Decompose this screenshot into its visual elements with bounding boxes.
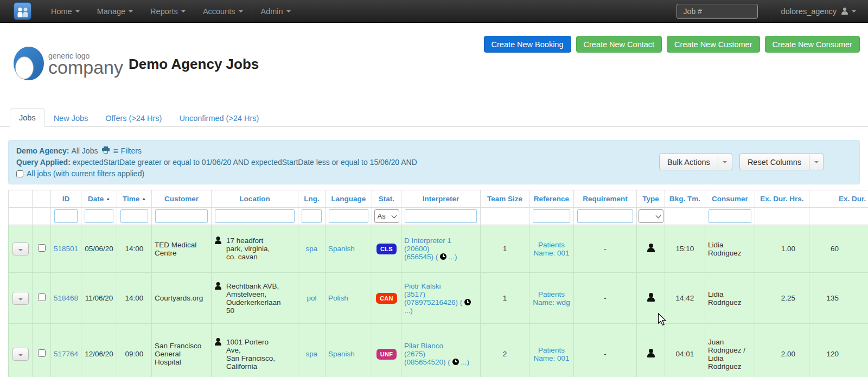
create-new-contact-button[interactable]: Create New Contact — [576, 36, 662, 53]
col-header-time[interactable]: Time▲ — [117, 190, 152, 208]
col-header-lng[interactable]: Lng. — [298, 190, 326, 208]
create-new-consumer-button[interactable]: Create New Consumer — [765, 36, 860, 53]
filter-input-consumer[interactable] — [709, 209, 751, 223]
language-link[interactable]: Polish — [328, 294, 348, 302]
row-checkbox[interactable] — [38, 349, 46, 357]
col-header-stat[interactable]: Stat. — [372, 190, 401, 208]
print-icon[interactable] — [102, 145, 110, 157]
interpreter-link[interactable]: Piotr Kalski(3517)(078975216426) ( ...) — [404, 282, 477, 315]
language-code-link[interactable]: pol — [307, 294, 316, 302]
filter-cell-customer — [152, 208, 212, 225]
app-logo-icon[interactable] — [14, 2, 31, 20]
col-header-team-size[interactable]: Team Size — [481, 190, 529, 208]
filters-link[interactable]: Filters — [121, 145, 142, 157]
all-jobs-checkbox[interactable] — [16, 170, 23, 177]
interpreter-link[interactable]: Pilar Blanco(2675)(085654520) ( ...) — [404, 342, 477, 366]
row-actions-button[interactable] — [12, 242, 29, 255]
cell-status: UNF — [372, 324, 401, 377]
filter-input-interpreter[interactable] — [405, 209, 477, 223]
nav-item-reports[interactable]: Reports — [142, 0, 194, 22]
cell-team-size: 1 — [481, 273, 529, 324]
bulk-actions-caret[interactable] — [718, 154, 732, 170]
all-jobs-link[interactable]: All Jobs — [71, 145, 98, 157]
col-header-id[interactable]: ID — [51, 190, 81, 208]
interpreter-link[interactable]: D Interpreter 1(20600)(656545) ( ...) — [404, 237, 477, 261]
filter-input-reference[interactable] — [533, 209, 570, 223]
reset-columns-button[interactable]: Reset Columns — [739, 154, 809, 170]
nav-item-admin[interactable]: Admin — [252, 0, 299, 22]
reference-link[interactable]: Patients Name: wdg — [533, 290, 570, 306]
sort-asc-icon: ▲ — [142, 196, 146, 201]
cell-expected-duration-hours: 2.00 — [755, 324, 809, 377]
col-header-language[interactable]: Language — [326, 190, 372, 208]
language-code-link[interactable]: spa — [306, 245, 318, 253]
language-link[interactable]: Spanish — [328, 350, 355, 358]
col-header-bkg-tm[interactable]: Bkg. Tm. — [665, 190, 705, 208]
interpreter-line: Piotr Kalski — [404, 282, 477, 290]
column-label: Consumer — [712, 195, 748, 203]
user-menu[interactable]: dolores_agency — [770, 0, 868, 22]
location-text: Rechtbank AVB, Amstelveen, Ouderkerkerla… — [226, 282, 281, 315]
nav-item-accounts[interactable]: Accounts — [194, 0, 252, 22]
column-label: Time — [123, 195, 139, 203]
filter-input-requirement[interactable] — [577, 209, 633, 223]
reset-columns-caret[interactable] — [809, 154, 824, 170]
filter-input-lng[interactable] — [302, 209, 322, 223]
filter-input-customer[interactable] — [155, 209, 208, 223]
job-number-input[interactable] — [676, 4, 758, 19]
filter-input-time[interactable] — [120, 209, 148, 223]
job-id-link[interactable]: 518501 — [54, 245, 78, 253]
filter-select-type[interactable] — [639, 209, 663, 223]
tab-jobs[interactable]: Jobs — [10, 108, 45, 127]
col-header-ex-dur-min[interactable]: Ex. Dur. Min. — [809, 190, 868, 208]
job-id-link[interactable]: 518468 — [54, 294, 78, 302]
filter-input-id[interactable] — [54, 209, 78, 223]
col-header-interpreter[interactable]: Interpreter — [401, 190, 481, 208]
language-link[interactable]: Spanish — [328, 245, 355, 253]
nav-item-home[interactable]: Home — [42, 0, 88, 22]
status-badge[interactable]: CLS — [376, 244, 397, 254]
cell-location: Rechtbank AVB, Amstelveen, Ouderkerkerla… — [212, 273, 298, 324]
job-id-link[interactable]: 517764 — [54, 350, 78, 358]
create-new-customer-button[interactable]: Create New Customer — [667, 36, 760, 53]
tab-offers-24-hrs[interactable]: Offers (>24 Hrs) — [97, 110, 170, 127]
col-header-location[interactable]: Location — [212, 190, 298, 208]
col-header-requirement[interactable]: Requirement — [574, 190, 637, 208]
chevron-down-icon — [18, 354, 23, 356]
interpreter-line: (2675) — [404, 350, 477, 358]
tab-new-jobs[interactable]: New Jobs — [45, 110, 97, 127]
cell-row-actions — [9, 225, 33, 273]
page: HomeManageReportsAccountsAdmin dolores_a… — [0, 0, 868, 377]
status-badge[interactable]: CAN — [376, 293, 397, 304]
col-header-customer[interactable]: Customer — [152, 190, 212, 208]
cell-language: Polish — [326, 273, 372, 324]
cell-requirement: - — [574, 324, 637, 377]
column-label: Date — [88, 195, 104, 203]
row-checkbox[interactable] — [38, 244, 46, 252]
create-new-booking-button[interactable]: Create New Booking — [484, 36, 571, 53]
nav-item-manage[interactable]: Manage — [88, 0, 142, 22]
filter-select-stat[interactable]: As — [374, 209, 399, 223]
row-actions-button[interactable] — [12, 292, 29, 305]
table-row: 51850105/06/2014:00TED Medical Centre17 … — [9, 225, 868, 273]
col-header-date[interactable]: Date▲ — [81, 190, 117, 208]
cell-expected-duration-hours: 1.00 — [755, 225, 809, 273]
jobs-table: IDDate▲Time▲CustomerLocationLng.Language… — [8, 190, 868, 377]
row-checkbox[interactable] — [38, 293, 46, 301]
filters-icon[interactable]: ≡ — [113, 145, 118, 157]
reference-link[interactable]: Patients Name: 001 — [533, 241, 569, 257]
col-header-ex-dur-hrs[interactable]: Ex. Dur. Hrs. — [755, 190, 809, 208]
reference-link[interactable]: Patients Name: 001 — [533, 346, 569, 362]
col-header-reference[interactable]: Reference — [529, 190, 574, 208]
col-header-consumer[interactable]: Consumer — [705, 190, 755, 208]
tab-unconfirmed-24-hrs[interactable]: Unconfirmed (>24 Hrs) — [170, 110, 267, 127]
filter-input-location[interactable] — [215, 209, 295, 223]
language-code-link[interactable]: spa — [306, 350, 318, 358]
filter-input-date[interactable] — [85, 209, 113, 223]
bulk-actions-button[interactable]: Bulk Actions — [659, 154, 718, 170]
filter-input-language[interactable] — [329, 209, 368, 223]
row-actions-button[interactable] — [12, 348, 29, 361]
status-badge[interactable]: UNF — [376, 349, 397, 360]
cell-requirement: - — [574, 225, 637, 273]
col-header-type[interactable]: Type — [637, 190, 665, 208]
